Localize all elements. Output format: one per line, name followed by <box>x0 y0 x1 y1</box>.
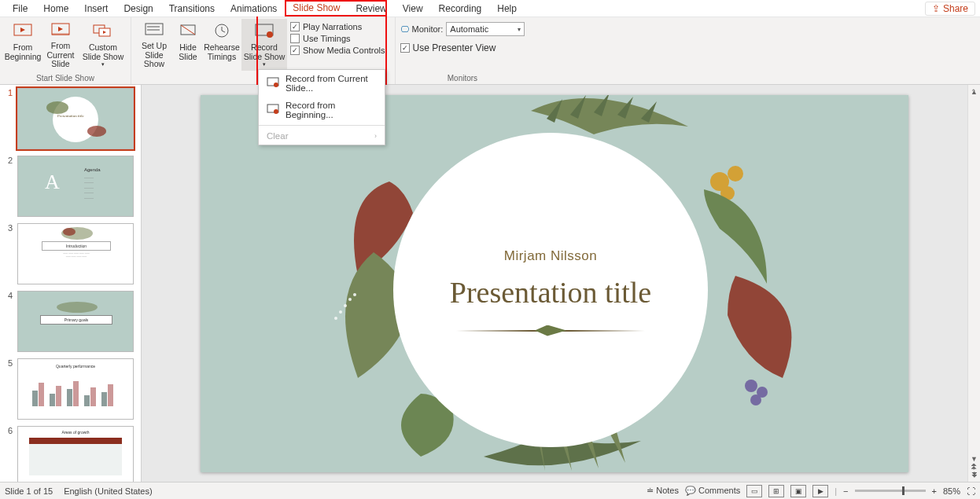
clear-item: Clear › <box>259 127 385 145</box>
chevron-down-icon: ▾ <box>518 26 521 33</box>
reading-view-button[interactable]: ▣ <box>790 485 806 497</box>
svg-point-40 <box>745 380 757 392</box>
scroll-down-icon[interactable]: ▼ <box>971 455 978 463</box>
thumbnail-6[interactable]: Areas of growth <box>17 426 134 482</box>
zoom-level[interactable]: 85% <box>943 486 960 496</box>
comments-label: Comments <box>698 486 740 495</box>
svg-point-45 <box>339 310 342 314</box>
zoom-in-button[interactable]: + <box>932 486 937 496</box>
svg-rect-27 <box>32 391 38 406</box>
svg-rect-36 <box>108 384 113 406</box>
play-narrations-label: Play Narrations <box>303 22 362 31</box>
presenter-view-check[interactable]: ✓Use Presenter View <box>400 42 496 53</box>
svg-rect-28 <box>39 383 44 406</box>
play-narrations-check[interactable]: ✓Play Narrations <box>290 22 385 31</box>
record-from-beginning-label: Record from Beginning... <box>286 101 377 119</box>
slide-1: Mirjam Nilsson Presentation title <box>201 95 908 472</box>
from-current-button[interactable]: From Current Slide <box>42 19 79 71</box>
zoom-slider[interactable] <box>855 490 926 492</box>
svg-point-38 <box>728 166 743 182</box>
menu-home[interactable]: Home <box>35 2 76 16</box>
setup-show-button[interactable]: Set Up Slide Show <box>136 19 172 71</box>
prev-slide-icon[interactable]: ⯭ <box>971 463 978 471</box>
menu-design[interactable]: Design <box>116 2 160 16</box>
fit-to-window-button[interactable]: ⛶ <box>967 486 975 496</box>
clock-icon <box>212 20 232 41</box>
svg-point-23 <box>87 126 106 137</box>
show-media-label: Show Media Controls <box>303 46 385 55</box>
status-bar: Slide 1 of 15 English (United States) ≐ … <box>0 482 980 499</box>
svg-line-15 <box>222 31 225 32</box>
show-media-check[interactable]: ✓Show Media Controls <box>290 46 385 55</box>
thumbnail-panel: 1 Presentation title 2 A Agenda ————————… <box>0 85 142 482</box>
monitor-dropdown[interactable]: Automatic ▾ <box>446 22 525 36</box>
record-from-current-item[interactable]: Record from Current Slide... <box>259 70 385 97</box>
record-current-icon <box>267 77 279 90</box>
menu-animations[interactable]: Animations <box>223 2 285 16</box>
sorter-view-button[interactable]: ⊞ <box>768 485 784 497</box>
svg-marker-1 <box>20 28 25 32</box>
notes-button[interactable]: ≐ Notes <box>647 486 679 496</box>
svg-point-47 <box>334 317 337 320</box>
slide-divider <box>456 330 645 332</box>
menu-recording[interactable]: Recording <box>431 2 490 16</box>
hide-slide-button[interactable]: Hide Slide <box>174 19 202 71</box>
thumb-num: 5 <box>3 358 13 420</box>
monitor-icon: 🖵 <box>400 24 409 34</box>
menu-bar: File Home Insert Design Transitions Anim… <box>0 0 980 17</box>
menu-help[interactable]: Help <box>489 2 525 16</box>
next-slide-icon[interactable]: ⯯ <box>971 471 978 479</box>
thumbnail-4[interactable]: Primary goals <box>17 291 134 352</box>
share-label: Share <box>943 3 968 14</box>
zoom-out-button[interactable]: − <box>843 486 848 496</box>
svg-point-17 <box>267 31 273 38</box>
collapse-ribbon-icon[interactable]: ⌃ <box>971 88 977 96</box>
thumbnail-2[interactable]: A Agenda ——————————————— <box>17 156 134 217</box>
normal-view-button[interactable]: ▭ <box>746 485 762 497</box>
presenter-view-label: Use Presenter View <box>413 42 496 53</box>
thumb-num: 1 <box>3 88 13 149</box>
menu-file[interactable]: File <box>5 2 35 16</box>
slide-title: Presentation title <box>450 275 651 310</box>
rehearse-button[interactable]: Rehearse Timings <box>204 19 240 71</box>
menu-insert[interactable]: Insert <box>76 2 116 16</box>
chevron-down-icon: ▾ <box>263 61 266 68</box>
setup-icon <box>144 20 164 39</box>
custom-show-button[interactable]: Custom Slide Show ▾ <box>80 19 126 71</box>
svg-point-46 <box>353 293 356 296</box>
slideshow-view-button[interactable]: ▶ <box>812 485 828 497</box>
workspace: 1 Presentation title 2 A Agenda ————————… <box>0 85 980 482</box>
thumbnail-3[interactable]: Introduction —— —— —— —— ———— —— —— —— <box>17 223 134 284</box>
use-timings-check[interactable]: Use Timings <box>290 34 385 43</box>
menu-transitions[interactable]: Transitions <box>161 2 223 16</box>
present-from-start-icon <box>13 20 33 41</box>
record-beginning-icon <box>267 104 279 116</box>
record-show-label: Record Slide Show <box>243 43 286 61</box>
svg-rect-35 <box>101 392 107 406</box>
chevron-down-icon: ▾ <box>101 61 105 68</box>
svg-line-12 <box>181 25 195 35</box>
monitor-label: Monitor: <box>412 24 444 34</box>
from-beginning-button[interactable]: From Beginning <box>5 19 41 71</box>
thumbnail-1[interactable]: Presentation title <box>17 88 134 149</box>
menu-review[interactable]: Review <box>348 2 394 16</box>
vertical-scroll[interactable]: ▲ ▼ ⯭ ⯯ <box>967 85 980 482</box>
menu-view[interactable]: View <box>395 2 431 16</box>
svg-marker-3 <box>58 27 63 31</box>
svg-rect-30 <box>56 386 61 406</box>
thumbnail-5[interactable]: Quarterly performance <box>17 358 134 420</box>
svg-point-44 <box>344 304 347 307</box>
record-from-beginning-item[interactable]: Record from Beginning... <box>259 97 385 123</box>
svg-point-21 <box>274 109 278 114</box>
group-monitors-label: Monitors <box>400 74 525 84</box>
record-show-button[interactable]: Record Slide Show ▾ <box>241 19 287 71</box>
menu-slideshow[interactable]: Slide Show <box>285 1 348 17</box>
record-from-current-label: Record from Current Slide... <box>286 74 377 93</box>
share-button[interactable]: ⇪ Share <box>925 2 975 16</box>
comments-button[interactable]: 💬 Comments <box>685 486 740 496</box>
present-from-current-icon <box>50 20 71 39</box>
hide-slide-icon <box>178 20 198 41</box>
svg-point-43 <box>348 298 352 301</box>
language-status[interactable]: English (United States) <box>64 486 153 496</box>
slide-subtitle: Mirjam Nilsson <box>504 248 597 264</box>
